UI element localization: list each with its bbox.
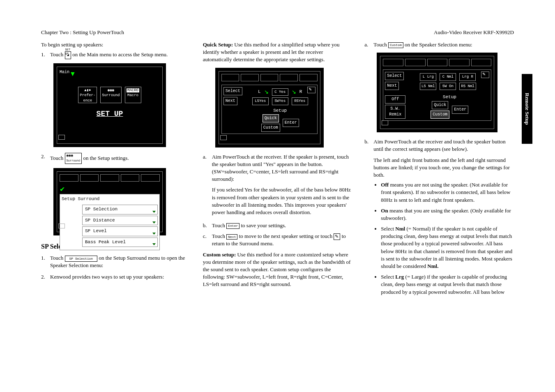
menu-surround: ◉◉◉Surround xyxy=(100,87,121,103)
substep-letter: a. xyxy=(364,41,373,48)
column-3: a. Touch Custom on the Speaker Selection… xyxy=(364,41,514,376)
text: Touch Next to move to the next speaker s… xyxy=(212,233,352,247)
lrg-r-box: Lrg R xyxy=(459,73,476,81)
l-lrg-box: L Lrg xyxy=(420,73,436,81)
step-body: Touch SET UP◢ on the Main menu to access… xyxy=(50,51,191,59)
setup-label: Setup xyxy=(245,108,315,114)
pencil-icon xyxy=(334,233,340,240)
step-body: Touch ◉◉◉Surround on the Setup settings. xyxy=(50,153,191,164)
step-number: 2. xyxy=(41,153,50,164)
sp-selection-button-icon: SP Selection xyxy=(65,256,98,262)
setup-label: Setup xyxy=(410,94,489,100)
back-icon xyxy=(220,135,227,140)
check-icon: ✔ xyxy=(60,185,160,194)
text: Touch xyxy=(50,154,65,161)
enter-box: Enter xyxy=(283,119,299,127)
bullet-nml: Select Nml (= Normal) if the speaker is … xyxy=(381,225,514,270)
arrow-icon: ↘ xyxy=(292,88,296,96)
custom-setup-screenshot: Select Next L Lrg C Nml Lrg R L xyxy=(377,53,497,132)
pencil-icon xyxy=(307,87,315,93)
rs-nml-box: RS Nml xyxy=(459,83,476,90)
c-nml-box: C Nml xyxy=(440,73,456,81)
screen-title: Setup Surround xyxy=(62,196,158,202)
menu-sp-level: SP Level xyxy=(82,226,158,236)
sw-remix-box: S.W. Remix xyxy=(385,105,405,119)
custom-box: Custom xyxy=(261,124,280,132)
custom-setup-para: Custom setup: Use this method for a more… xyxy=(203,251,352,288)
text: Touch Custom on the Speaker Selection me… xyxy=(373,41,514,48)
intro-text: To begin setting up speakers: xyxy=(41,41,191,48)
menu-macro: MACROMacro xyxy=(125,87,141,103)
sw-on-box: SW On xyxy=(440,83,456,90)
bullet-lrg: Select Lrg (= Large) if the speaker is c… xyxy=(381,273,514,296)
quick-setup-label: Quick Setup: xyxy=(203,42,233,48)
text: The left and right front buttons and the… xyxy=(373,157,514,179)
text: Touch xyxy=(50,255,65,261)
column-1: To begin setting up speakers: 1. Touch S… xyxy=(41,41,191,376)
product-label: Audio-Video Receiver KRF-X9992D xyxy=(434,29,514,36)
column-2: Quick Setup: Use this method for a simpl… xyxy=(203,41,352,376)
r-label: R xyxy=(299,89,302,95)
setup-icon: SET UP◢ xyxy=(65,51,71,59)
enter-box: Enter xyxy=(452,106,468,114)
l-label: L xyxy=(258,89,261,95)
text: on the Main menu to access the Setup men… xyxy=(71,51,168,58)
step-body: Kenwood provides two ways to set up your… xyxy=(50,273,191,281)
surround-icon: ◉◉◉Surround xyxy=(65,153,82,164)
custom-box: Custom xyxy=(431,111,449,119)
substep-letter: b. xyxy=(203,222,212,229)
custom-button-icon: Custom xyxy=(388,42,403,48)
next-box: Next xyxy=(223,97,237,105)
step-number: 2. xyxy=(41,273,50,281)
side-tab: Remote Setup xyxy=(522,74,532,144)
enter-button-icon: Enter xyxy=(226,223,240,228)
menu-sp-distance: SP Distance xyxy=(82,216,158,225)
bullet-off: Off means you are not using the speaker.… xyxy=(381,181,514,204)
step-number: 1. xyxy=(41,51,50,59)
main-menu-screenshot: Main ▼ ▲▮●Prefer-ence ◉◉◉Surround MACROM… xyxy=(53,63,166,147)
setup-surround-screenshot: ✔ Setup Surround SP Selection SP Distanc… xyxy=(53,168,166,235)
substep-letter: a. xyxy=(203,153,212,219)
substep-letter: b. xyxy=(364,138,373,299)
menu-preference: ▲▮●Prefer-ence xyxy=(78,87,97,103)
select-box: Select xyxy=(385,72,404,80)
menu-bass-peak: Bass Peak Level xyxy=(82,238,158,247)
arrow-down-icon: ▼ xyxy=(69,69,76,78)
text: Touch xyxy=(50,51,65,58)
quick-box: Quick xyxy=(263,114,279,122)
select-box: Select xyxy=(223,87,242,95)
step-number: 1. xyxy=(41,254,50,269)
arrow-icon: ↘ xyxy=(264,88,269,96)
bullet-on: On means that you are using the speaker.… xyxy=(381,207,514,222)
quick-setup-screenshot: Select Next L ↘ C Yes ↘ R xyxy=(215,68,324,148)
quick-box: Quick xyxy=(432,101,448,109)
ls-box: LSYes xyxy=(252,97,269,105)
sw-box: SWYes xyxy=(272,97,288,105)
chapter-label: Chapter Two : Setting Up PowerTouch xyxy=(41,29,124,36)
back-icon xyxy=(58,135,65,140)
text: on the Setup settings. xyxy=(82,154,129,161)
next-button-icon: Next xyxy=(226,234,237,240)
back-icon xyxy=(382,120,388,125)
step-body: Touch SP Selection on the Setup Surround… xyxy=(50,254,191,269)
custom-setup-label: Custom setup: xyxy=(203,251,236,258)
off-box: Off xyxy=(385,95,405,104)
next-box: Next xyxy=(385,82,399,90)
text: If you selected Yes for the subwoofer, a… xyxy=(212,186,352,216)
text: Aim PowerTouch at the receiver and touch… xyxy=(373,138,514,153)
main-label: Main xyxy=(60,69,69,75)
rs-box: RSYes xyxy=(292,97,308,105)
ls-nml-box: LS Nml xyxy=(420,83,436,90)
pencil-icon xyxy=(481,71,489,78)
menu-sp-selection: SP Selection xyxy=(82,205,158,214)
text: Aim PowerTouch at the receiver. If the s… xyxy=(212,153,352,183)
substep-letter: c. xyxy=(203,233,212,247)
quick-setup-para: Quick Setup: Use this method for a simpl… xyxy=(203,41,352,64)
text: Touch Enter to save your settings. xyxy=(212,222,352,229)
back-icon xyxy=(58,224,65,228)
c-yes-box: C Yes xyxy=(272,88,288,96)
setup-label: SET UP xyxy=(60,109,160,119)
